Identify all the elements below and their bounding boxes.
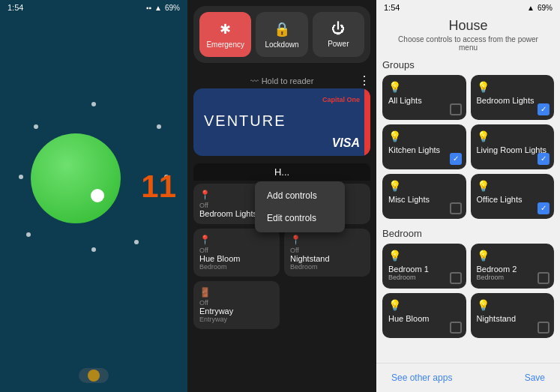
item-checkbox[interactable]: [450, 322, 462, 334]
item-checkbox[interactable]: [450, 272, 462, 284]
pill-inner: [88, 370, 100, 382]
light-icon: 💡: [477, 299, 549, 311]
light-icon: 💡: [388, 180, 460, 192]
item-checkbox[interactable]: [450, 153, 462, 165]
list-item[interactable]: 💡 Kitchen Lights: [382, 124, 466, 169]
android-animation-area: 11: [0, 15, 187, 368]
lock-screen-panel: 1:54 ▪▪ ▲ 69% 11: [0, 0, 187, 392]
list-item[interactable]: 💡 Bedroom 1 Bedroom: [382, 244, 466, 289]
bedroom-grid: 💡 Bedroom 1 Bedroom 💡 Bedroom 2 Bedroom …: [382, 244, 554, 338]
context-menu: Add controls Edit controls: [255, 181, 345, 232]
edit-controls-menu-item[interactable]: Edit controls: [255, 207, 345, 229]
item-checkbox[interactable]: [450, 202, 462, 214]
card-network: VISA: [332, 136, 360, 150]
item-name: Kitchen Lights: [388, 145, 460, 154]
item-checkbox[interactable]: [538, 103, 550, 115]
control-card-hue-bloom[interactable]: 📍 Off Hue Bloom Bedroom: [193, 229, 280, 277]
nfc-header-text: Hold to reader: [262, 76, 314, 85]
item-checkbox[interactable]: [538, 272, 550, 284]
list-item[interactable]: 💡 Office Lights: [471, 174, 555, 219]
emergency-button[interactable]: ✱ Emergency: [199, 12, 251, 57]
control-card-nightstand[interactable]: 📍 Off Nightstand Bedroom: [284, 229, 370, 277]
control-status: Off: [199, 299, 274, 307]
light-icon: 💡: [388, 299, 460, 311]
status-bar: 1:54 ▪▪ ▲ 69%: [0, 0, 187, 15]
list-item[interactable]: 💡 Misc Lights: [382, 174, 466, 219]
signal-icon: ▲: [154, 4, 162, 12]
item-checkbox[interactable]: [538, 153, 550, 165]
lockdown-button[interactable]: 🔒 Lockdown: [256, 12, 307, 57]
control-icon: 📍: [199, 235, 274, 245]
item-name: Misc Lights: [388, 195, 460, 204]
item-checkbox[interactable]: [450, 103, 462, 115]
light-icon: 💡: [388, 250, 460, 262]
android-version: 11: [141, 168, 176, 204]
control-sub: Bedroom: [290, 263, 364, 271]
controls-list: Groups 💡 All Lights 💡 Bedroom Lights 💡 K…: [376, 56, 560, 363]
list-item[interactable]: 💡 Nightstand: [471, 293, 555, 338]
panel3-wifi-icon: ▲: [527, 4, 535, 12]
lockdown-label: Lockdown: [265, 40, 298, 49]
card-stripe: [364, 88, 370, 156]
card-name: VENTURE: [204, 112, 360, 130]
card-brand: Capital One: [204, 96, 360, 103]
power-menu-container: ✱ Emergency 🔒 Lockdown ⏻ Power: [193, 6, 370, 63]
control-name: Hue Bloom: [199, 254, 274, 263]
controls-header: H...: [193, 163, 370, 181]
control-name: Nightstand: [290, 254, 364, 263]
nfc-more-icon[interactable]: ⋮: [358, 73, 370, 88]
status-icons: ▪▪ ▲ 69%: [146, 4, 180, 12]
controls-chooser-panel: 1:54 ▲ 69% House Choose controls to acce…: [376, 0, 560, 392]
battery-display: 69%: [165, 4, 180, 12]
item-checkbox[interactable]: [538, 322, 550, 334]
list-item[interactable]: 💡 All Lights: [382, 75, 466, 120]
item-name: Bedroom 1: [388, 265, 460, 274]
item-name: All Lights: [388, 96, 460, 105]
save-button[interactable]: Save: [519, 370, 551, 386]
payment-card[interactable]: Capital One VENTURE VISA: [193, 88, 370, 156]
item-name: Hue Bloom: [388, 314, 460, 323]
nfc-header: 〰 Hold to reader: [193, 73, 370, 88]
control-card-entryway[interactable]: 🚪 Off Entryway Entryway: [193, 281, 280, 329]
time-display: 1:54: [7, 3, 23, 12]
green-orb: [31, 133, 121, 223]
panel3-battery: 69%: [538, 4, 553, 12]
item-checkbox[interactable]: [538, 202, 550, 214]
power-icon: ⏻: [331, 21, 345, 37]
control-sub: Entryway: [199, 316, 274, 323]
list-item[interactable]: 💡 Hue Bloom: [382, 293, 466, 338]
bedroom-section-header: Bedroom: [382, 225, 554, 244]
light-icon: 💡: [477, 130, 549, 142]
light-icon: 💡: [388, 130, 460, 142]
see-other-apps-button[interactable]: See other apps: [385, 370, 458, 386]
power-label: Power: [328, 40, 349, 48]
power-buttons-row: ✱ Emergency 🔒 Lockdown ⏻ Power: [199, 12, 364, 57]
power-menu-panel: ✱ Emergency 🔒 Lockdown ⏻ Power 〰 Hold to…: [187, 0, 376, 392]
light-icon: 💡: [477, 81, 549, 93]
lockdown-icon: 🔒: [274, 21, 290, 37]
control-name: Entryway: [199, 307, 274, 316]
list-item[interactable]: 💡 Living Room Lights: [471, 124, 555, 169]
panel3-status-bar: 1:54 ▲ 69%: [376, 0, 560, 15]
emergency-label: Emergency: [206, 40, 244, 49]
control-status: Off: [290, 247, 364, 254]
panel3-status-icons: ▲ 69%: [527, 4, 553, 12]
page-title: House: [376, 15, 560, 35]
wifi-icon: ▪▪: [146, 4, 151, 12]
power-button[interactable]: ⏻ Power: [313, 12, 364, 57]
list-item[interactable]: 💡 Bedroom 2 Bedroom: [471, 244, 555, 289]
panel3-time: 1:54: [384, 3, 400, 12]
nfc-section: 〰 Hold to reader ⋮ Capital One VENTURE V…: [193, 73, 370, 156]
control-sub: Bedroom: [199, 263, 274, 271]
light-icon: 💡: [388, 81, 460, 93]
control-status: Off: [199, 247, 274, 254]
emergency-icon: ✱: [220, 21, 231, 37]
add-controls-menu-item[interactable]: Add controls: [255, 184, 345, 207]
white-dot: [91, 189, 104, 202]
list-item[interactable]: 💡 Bedroom Lights: [471, 75, 555, 120]
controls-section: H... Add controls Edit controls 📍 Off Be…: [193, 163, 370, 389]
nfc-wave-icon: 〰: [250, 76, 259, 85]
bottom-pill[interactable]: [79, 368, 109, 383]
control-icon: 🚪: [199, 287, 274, 298]
control-icon: 📍: [290, 235, 364, 245]
